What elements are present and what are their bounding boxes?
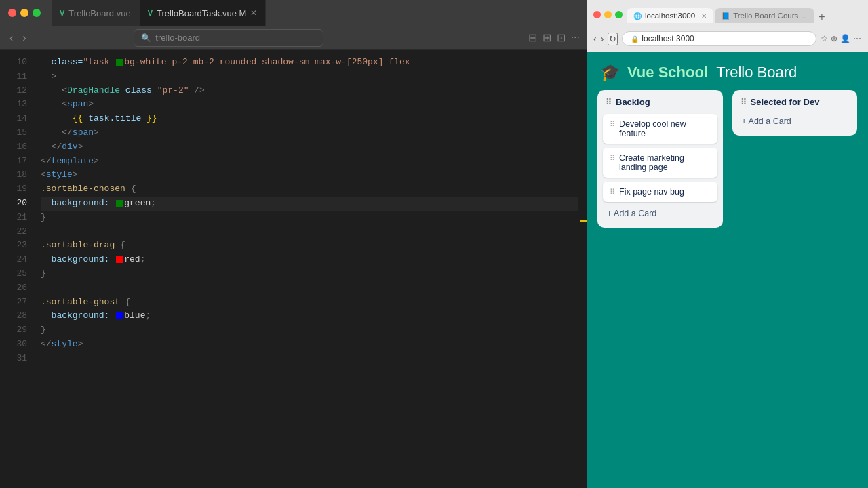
task-card-navbug[interactable]: ⠿ Fix page nav bug: [603, 182, 717, 202]
extension-icon[interactable]: ⊕: [831, 34, 837, 43]
traffic-lights: [8, 9, 41, 17]
code-line-19: .sortable-chosen {: [41, 182, 578, 197]
editor-toolbar: ‹ › 🔍 ⊟ ⊞ ⊡ ···: [0, 26, 587, 50]
column-drag-handle: ⠿: [741, 98, 747, 107]
task-title-marketing: Create marketing landing page: [619, 153, 711, 172]
browser-tab-localhost[interactable]: 🌐 localhost:3000 ✕: [627, 8, 713, 23]
tab-trelloboardtask-label: TrelloBoardTask.vue M: [157, 8, 246, 18]
code-line-18: <style>: [41, 168, 578, 182]
code-line-29: }: [41, 323, 578, 338]
tab-trelloboard-label: TrelloBoard.vue: [68, 8, 130, 18]
localhost-favicon: 🌐: [633, 12, 642, 20]
browser-maximize-button[interactable]: [615, 11, 623, 18]
code-line-21: }: [41, 211, 578, 225]
vueschool-tab-label: Trello Board Course | T...: [733, 12, 808, 20]
task-title-develop: Develop cool new feature: [619, 119, 711, 138]
browser-window: 🌐 localhost:3000 ✕ 📘 Trello Board Course…: [587, 0, 868, 488]
backlog-header: ⠿ Backlog: [603, 97, 717, 110]
layout-icon[interactable]: ⊟: [528, 31, 537, 44]
code-area: 10 11 12 13 14 15 16 17 18 19 20 21 22 2…: [0, 50, 587, 488]
browser-nav: ‹ › ↻ 🔒 localhost:3000 ☆ ⊕ 👤 ⋯: [593, 27, 861, 52]
backlog-add-card-button[interactable]: + Add a Card: [603, 206, 717, 221]
task-card-develop[interactable]: ⠿ Develop cool new feature: [603, 114, 717, 144]
search-input[interactable]: [155, 33, 316, 43]
code-line-12: <DragHandle class="pr-2" />: [41, 84, 578, 98]
browser-page: 🎓 Vue School Trello Board ⠿ Backlog ⠿ De…: [587, 52, 868, 488]
toolbar-icons: ⊟ ⊞ ⊡ ···: [528, 31, 580, 44]
selected-for-dev-header: ⠿ Selected for Dev: [738, 97, 852, 110]
more-icon[interactable]: ···: [571, 31, 580, 44]
back-button[interactable]: ‹: [7, 30, 16, 45]
close-button[interactable]: [8, 9, 16, 17]
code-line-10: class="task bg-white p-2 mb-2 rounded sh…: [41, 56, 578, 70]
vue-icon: V: [148, 9, 153, 17]
task-drag-handle: ⠿: [610, 154, 615, 163]
nav-buttons: ‹ ›: [7, 30, 29, 45]
selected-for-dev-title: Selected for Dev: [751, 97, 820, 107]
code-line-26: [41, 281, 578, 296]
vue-logo: 🎓: [600, 63, 620, 82]
code-content: class="task bg-white p-2 mb-2 rounded sh…: [33, 50, 587, 488]
page-title: Vue School Trello Board: [627, 64, 797, 81]
reload-button[interactable]: ↻: [608, 33, 618, 45]
browser-close-button[interactable]: [593, 11, 601, 18]
code-line-11: >: [41, 70, 578, 84]
profile-icon[interactable]: 👤: [840, 34, 850, 43]
address-bar[interactable]: 🔒 localhost:3000: [622, 31, 816, 46]
code-line-16: </div>: [41, 140, 578, 155]
back-nav-button[interactable]: ‹: [593, 33, 597, 44]
column-selected-for-dev: ⠿ Selected for Dev + Add a Card: [732, 90, 858, 136]
maximize-button[interactable]: [33, 9, 41, 17]
code-line-25: }: [41, 267, 578, 281]
vueschool-favicon: 📘: [722, 12, 730, 20]
forward-button[interactable]: ›: [20, 30, 28, 45]
browser-tab-vueschool[interactable]: 📘 Trello Board Course | T...: [715, 8, 814, 23]
localhost-tab-label: localhost:3000: [645, 12, 695, 20]
browser-topbar: 🌐 localhost:3000 ✕ 📘 Trello Board Course…: [593, 5, 861, 23]
vue-icon: V: [60, 9, 64, 17]
browser-traffic-lights: [593, 11, 623, 18]
code-line-30: </style>: [41, 338, 578, 352]
trello-board-text: Trello Board: [716, 64, 797, 81]
task-drag-handle: ⠿: [610, 188, 615, 197]
editor-tabs: V TrelloBoard.vue V TrelloBoardTask.vue …: [52, 0, 578, 26]
browser-tabs: 🌐 localhost:3000 ✕ 📘 Trello Board Course…: [627, 8, 828, 23]
code-line-15: </span>: [41, 126, 578, 140]
task-title-navbug: Fix page nav bug: [619, 187, 684, 197]
code-line-28: background: blue;: [41, 309, 578, 323]
vue-school-text: Vue School: [627, 64, 708, 81]
scroll-indicator: [580, 220, 587, 222]
new-tab-button[interactable]: +: [816, 11, 827, 23]
code-line-13: <span>: [41, 98, 578, 112]
column-backlog: ⠿ Backlog ⠿ Develop cool new feature ⠿ C…: [597, 90, 723, 228]
line-numbers: 10 11 12 13 14 15 16 17 18 19 20 21 22 2…: [0, 50, 33, 488]
tab-trelloboard[interactable]: V TrelloBoard.vue: [52, 0, 140, 26]
browser-chrome: 🌐 localhost:3000 ✕ 📘 Trello Board Course…: [587, 0, 868, 52]
selected-for-dev-add-card-button[interactable]: + Add a Card: [738, 114, 852, 129]
browser-minimize-button[interactable]: [604, 11, 612, 18]
close-icon[interactable]: ✕: [250, 8, 257, 18]
more-nav-icon[interactable]: ⋯: [853, 34, 861, 43]
code-line-20: background: green;: [41, 197, 578, 211]
code-line-27: .sortable-ghost {: [41, 296, 578, 310]
address-text: localhost:3000: [642, 34, 694, 43]
code-line-23: .sortable-drag {: [41, 239, 578, 253]
task-card-marketing[interactable]: ⠿ Create marketing landing page: [603, 148, 717, 178]
column-drag-handle: ⠿: [606, 98, 612, 107]
code-line-31: [41, 352, 578, 366]
boards-area: ⠿ Backlog ⠿ Develop cool new feature ⠿ C…: [587, 90, 868, 488]
editor-titlebar: V TrelloBoard.vue V TrelloBoardTask.vue …: [0, 0, 587, 26]
code-line-22: [41, 225, 578, 239]
task-drag-handle: ⠿: [610, 120, 615, 129]
backlog-title: Backlog: [616, 97, 650, 107]
command-search[interactable]: 🔍: [134, 29, 323, 47]
bookmark-icon[interactable]: ☆: [821, 34, 828, 43]
forward-nav-button[interactable]: ›: [601, 33, 604, 44]
panel-icon[interactable]: ⊡: [557, 31, 566, 44]
lock-icon: 🔒: [631, 35, 639, 43]
tab-close-icon[interactable]: ✕: [701, 12, 707, 20]
search-icon: 🔍: [141, 33, 151, 43]
split-icon[interactable]: ⊞: [542, 31, 551, 44]
tab-trelloboardtask[interactable]: V TrelloBoardTask.vue M ✕: [140, 0, 267, 26]
minimize-button[interactable]: [20, 9, 28, 17]
